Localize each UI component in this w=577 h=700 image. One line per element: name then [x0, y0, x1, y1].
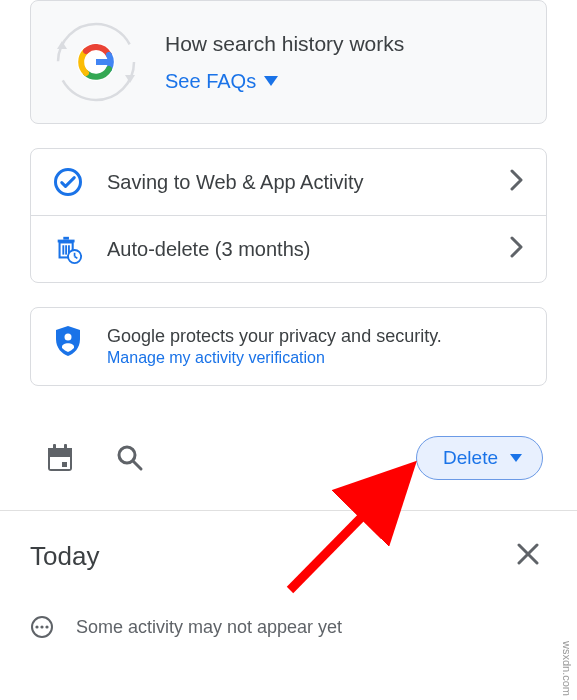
chevron-right-icon — [510, 236, 524, 262]
svg-rect-20 — [53, 444, 56, 451]
svg-point-31 — [45, 625, 48, 628]
checkmark-circle-icon — [53, 167, 83, 197]
svg-marker-5 — [264, 76, 278, 86]
svg-line-24 — [133, 461, 141, 469]
search-icon — [116, 444, 144, 472]
more-horizontal-icon — [30, 615, 54, 639]
svg-point-30 — [40, 625, 43, 628]
activity-toolbar: Delete — [30, 436, 547, 510]
faq-title: How search history works — [165, 32, 404, 56]
privacy-card: Google protects your privacy and securit… — [30, 307, 547, 386]
google-refresh-icon — [55, 21, 137, 103]
chevron-right-icon — [510, 169, 524, 195]
saving-activity-row[interactable]: Saving to Web & App Activity — [31, 149, 546, 215]
faq-link-label: See FAQs — [165, 70, 256, 93]
privacy-text: Google protects your privacy and securit… — [107, 326, 442, 346]
delete-label: Delete — [443, 447, 498, 469]
see-faqs-link[interactable]: See FAQs — [165, 70, 278, 93]
close-section-button[interactable] — [509, 535, 547, 577]
svg-rect-4 — [96, 59, 113, 65]
svg-rect-8 — [63, 237, 69, 240]
svg-point-16 — [65, 334, 72, 341]
svg-marker-25 — [510, 454, 522, 462]
today-section-header: Today — [0, 510, 577, 601]
activity-notice-row: Some activity may not appear yet — [0, 601, 577, 653]
manage-verification-link[interactable]: Manage my activity verification — [107, 349, 442, 367]
svg-point-29 — [35, 625, 38, 628]
activity-options-card: Saving to Web & App Activity A — [30, 148, 547, 283]
faq-content: How search history works See FAQs — [165, 32, 404, 93]
search-button[interactable] — [112, 440, 148, 476]
svg-rect-22 — [62, 462, 67, 467]
privacy-text-wrap: Google protects your privacy and securit… — [107, 326, 442, 367]
dropdown-triangle-icon — [264, 76, 278, 86]
delete-button[interactable]: Delete — [416, 436, 543, 480]
trash-clock-icon — [53, 234, 83, 264]
faq-card: How search history works See FAQs — [30, 0, 547, 124]
saving-activity-label: Saving to Web & App Activity — [107, 171, 486, 194]
svg-marker-2 — [125, 75, 135, 83]
svg-marker-1 — [57, 41, 67, 49]
svg-rect-18 — [48, 448, 72, 455]
svg-rect-21 — [64, 444, 67, 451]
shield-user-icon — [53, 326, 83, 356]
auto-delete-row[interactable]: Auto-delete (3 months) — [31, 215, 546, 282]
notice-text: Some activity may not appear yet — [76, 617, 342, 638]
dropdown-triangle-icon — [510, 454, 522, 462]
watermark: wsxdn.com — [561, 641, 573, 696]
calendar-icon — [46, 443, 74, 473]
auto-delete-label: Auto-delete (3 months) — [107, 238, 486, 261]
today-title: Today — [30, 541, 509, 572]
calendar-button[interactable] — [42, 440, 78, 476]
close-icon — [517, 543, 539, 565]
